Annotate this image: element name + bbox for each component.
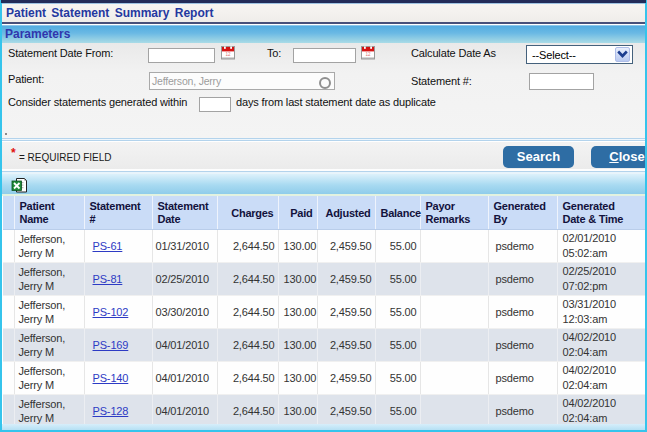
svg-text:12: 12 <box>365 52 371 57</box>
svg-text:12: 12 <box>225 52 231 57</box>
